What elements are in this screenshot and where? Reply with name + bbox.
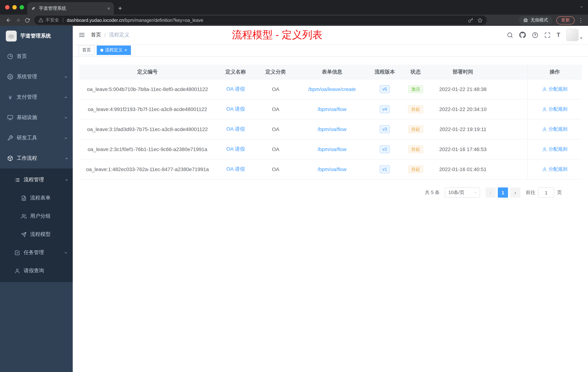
version-badge[interactable]: v3: [379, 125, 390, 133]
box-icon: [7, 155, 13, 161]
chevron-down-icon: ›: [63, 117, 69, 119]
user-avatar-wrap[interactable]: ▾: [566, 29, 582, 41]
table-row: oa_leave:2:3c1f0ef1-76b1-11ec-9c66-a2380…: [79, 139, 582, 159]
sidebar-item-task-management[interactable]: 任务管理 ›: [0, 243, 73, 262]
form-link[interactable]: /bpm/oa/flow: [318, 166, 346, 172]
url-path: /bpm/manager/definition?key=oa_leave: [124, 18, 203, 23]
sidebar-toggle-icon[interactable]: [79, 32, 85, 38]
page-1-button[interactable]: 1: [498, 187, 508, 198]
favicon-icon: [31, 6, 36, 11]
monitor-icon: [7, 115, 13, 120]
sidebar-item-devtools[interactable]: 研发工具 ›: [0, 128, 73, 148]
version-badge[interactable]: v5: [379, 85, 390, 93]
definition-name-link[interactable]: OA 请假: [226, 166, 245, 173]
assign-rule-link[interactable]: 分配规则: [542, 126, 567, 132]
assign-rule-link[interactable]: 分配规则: [542, 166, 567, 173]
page-unit-label: 页: [557, 189, 562, 196]
deploy-time: 2022-01-22 21:48:38: [430, 79, 496, 99]
fullscreen-icon[interactable]: [544, 32, 550, 38]
sidebar: 芋道管理系统 首页 系统管理 › ¥ 支付管理 ›: [0, 26, 73, 372]
assign-rule-link[interactable]: 分配规则: [542, 106, 567, 112]
definition-id: oa_leave:2:3c1f0ef1-76b1-11ec-9c66-a2380…: [79, 139, 216, 159]
sidebar-item-home[interactable]: 首页: [0, 46, 73, 67]
goto-page-input[interactable]: [538, 187, 554, 198]
sidebar-item-user-group[interactable]: 用户分组: [0, 207, 73, 225]
sidebar-item-payment[interactable]: ¥ 支付管理 ›: [0, 87, 73, 107]
github-icon[interactable]: [519, 32, 526, 38]
bookmark-star-icon[interactable]: [477, 18, 483, 23]
definition-name-link[interactable]: OA 请假: [226, 146, 245, 153]
list-icon: [15, 177, 20, 183]
definition-table: 定义编号 定义名称 定义分类 表单信息 流程版本 状态 部署时间 操作 oa_l…: [79, 65, 582, 179]
form-link[interactable]: /bpm/oa/leave/create: [308, 86, 356, 92]
sidebar-item-leave-query[interactable]: 请假查询: [0, 262, 73, 280]
traffic-lights: [5, 5, 24, 10]
status-badge: 挂起: [408, 165, 423, 173]
col-definition-id: 定义编号: [79, 65, 216, 79]
sidebar-item-process-model[interactable]: 流程模型: [0, 225, 73, 243]
browser-menu-icon[interactable]: ⋮: [578, 17, 584, 23]
version-badge[interactable]: v4: [379, 105, 390, 113]
wrench-icon: [7, 135, 13, 141]
sidebar-item-system[interactable]: 系统管理 ›: [0, 67, 73, 87]
search-icon[interactable]: [507, 32, 513, 38]
sidebar-item-process-management[interactable]: 流程管理 ›: [0, 171, 73, 189]
prev-page-button[interactable]: ‹: [485, 187, 496, 198]
table-row: oa_leave:5:004b710b-7b8a-11ec-8ef0-acde4…: [79, 79, 582, 99]
goto-label: 前往: [526, 189, 535, 196]
person-icon: [542, 127, 547, 131]
sidebar-item-process-form[interactable]: 流程表单: [0, 189, 73, 207]
deploy-time: 2022-01-22 19:19:11: [430, 119, 496, 139]
omnibox-divider: [63, 18, 63, 22]
avatar[interactable]: [566, 29, 579, 41]
new-tab-button[interactable]: +: [118, 5, 122, 12]
assign-rule-link[interactable]: 分配规则: [542, 86, 567, 92]
tab-title: 芋道管理系统: [39, 5, 104, 11]
breadcrumb-home[interactable]: 首页: [91, 32, 101, 38]
address-bar[interactable]: 不安全 dashboard.yudao.iocoder.cn/bpm/manag…: [34, 16, 487, 25]
form-link[interactable]: /bpm/oa/flow: [318, 106, 346, 112]
table-row: oa_leave:4:991f2193-7b7f-11ec-a3c8-acde4…: [79, 99, 582, 119]
logo-title: 芋道管理系统: [20, 33, 51, 39]
forward-button[interactable]: [13, 15, 22, 25]
page-size-select[interactable]: 10条/页 ›: [445, 187, 480, 198]
version-badge[interactable]: v1: [379, 165, 390, 173]
assign-rule-link[interactable]: 分配规则: [542, 146, 567, 153]
definition-name-link[interactable]: OA 请假: [226, 86, 245, 92]
chevron-down-icon: ›: [63, 76, 69, 78]
status-badge: 挂起: [408, 125, 423, 133]
update-button[interactable]: 更新: [556, 16, 575, 24]
incognito-badge: 无痕模式: [519, 16, 552, 25]
incognito-icon: [523, 17, 528, 23]
breadcrumb-current: 流程定义: [109, 32, 129, 38]
close-window-button[interactable]: [5, 5, 10, 10]
form-link[interactable]: /bpm/oa/flow: [318, 146, 346, 152]
definition-name-link[interactable]: OA 请假: [226, 106, 245, 112]
definition-name-link[interactable]: OA 请假: [226, 126, 245, 132]
tab-search-chevron-icon[interactable]: ›: [579, 6, 585, 8]
help-icon[interactable]: [532, 32, 538, 38]
tag-close-icon[interactable]: ×: [124, 48, 127, 52]
tag-home[interactable]: 首页: [79, 45, 94, 55]
active-dot: [100, 49, 103, 52]
password-key-icon[interactable]: [468, 18, 473, 23]
reload-button[interactable]: [22, 15, 32, 25]
font-size-icon[interactable]: T: [556, 32, 560, 38]
minimize-window-button[interactable]: [12, 5, 17, 10]
definition-category: OA: [256, 119, 296, 139]
tab-strip: 芋道管理系统 × + ›: [0, 0, 588, 15]
browser-tab[interactable]: 芋道管理系统 ×: [27, 2, 114, 15]
chevron-down-icon: ›: [63, 252, 69, 253]
tab-close-icon[interactable]: ×: [107, 6, 110, 11]
sidebar-item-infrastructure[interactable]: 基础设施 ›: [0, 107, 73, 128]
next-page-button[interactable]: ›: [510, 187, 520, 198]
definition-category: OA: [256, 139, 296, 159]
sidebar-item-workflow[interactable]: 工作流程 ›: [0, 148, 73, 169]
pagination-total: 共 5 条: [425, 189, 440, 196]
version-badge[interactable]: v2: [379, 145, 390, 153]
zoom-window-button[interactable]: [20, 5, 24, 10]
back-button[interactable]: [4, 15, 13, 25]
navbar-actions: T ▾: [507, 29, 582, 41]
tag-process-definition[interactable]: 流程定义 ×: [97, 45, 131, 55]
form-link[interactable]: /bpm/oa/flow: [318, 126, 346, 132]
